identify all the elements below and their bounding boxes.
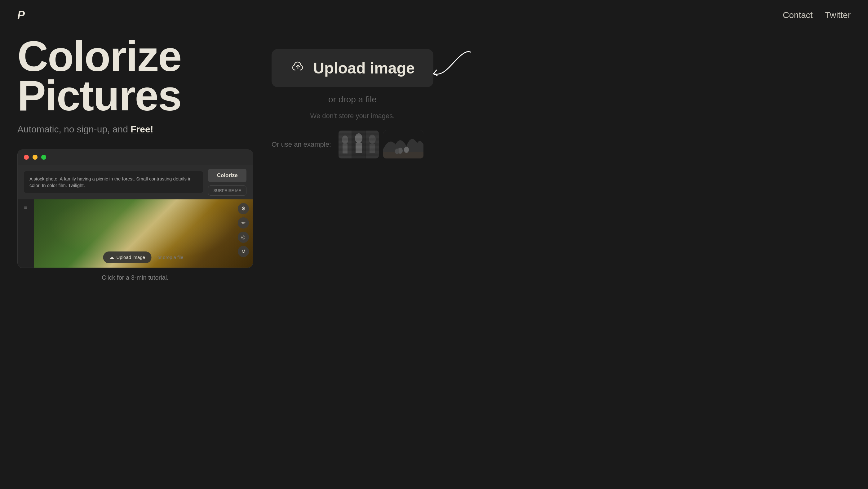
right-side-wrapper: Upload image or drop a file We don't sto… (272, 37, 433, 158)
dot-green (41, 155, 46, 160)
preview-upload-bar: ☁ Upload image or drop a file (103, 251, 184, 263)
drop-text: or drop a file (328, 95, 377, 104)
menu-icon: ≡ (24, 204, 28, 211)
example-thumbnails (339, 130, 424, 158)
upload-label: Upload image (313, 59, 415, 77)
refresh-icon: ↺ (242, 248, 246, 254)
nav-links: Contact Twitter (783, 10, 850, 20)
upload-image-button[interactable]: Upload image (272, 49, 433, 87)
arrow-svg (430, 46, 474, 80)
examples-section: Or use an example: (272, 130, 433, 158)
svg-rect-0 (339, 130, 379, 158)
svg-rect-2 (352, 130, 365, 158)
settings-icon: ⚙ (241, 206, 246, 212)
pencil-tool-button[interactable]: ✏ (238, 217, 249, 228)
svg-rect-1 (339, 130, 351, 158)
prompt-text: A stock photo. A family having a picnic … (24, 171, 203, 193)
preview-body: ≡ ⚙ ✏ ◎ (18, 200, 253, 268)
refresh-tool-button[interactable]: ↺ (238, 246, 249, 257)
settings-tool-button[interactable]: ⚙ (238, 203, 249, 214)
upload-cloud-svg (290, 59, 306, 74)
right-side: Upload image or drop a file We don't sto… (272, 37, 433, 158)
dot-red (24, 155, 29, 160)
svg-rect-7 (355, 143, 362, 153)
svg-rect-3 (366, 130, 379, 158)
upload-icon-small: ☁ (110, 254, 114, 260)
svg-point-6 (355, 133, 362, 143)
surprise-button[interactable]: SURPRISE ME (208, 185, 246, 196)
tutorial-text[interactable]: Click for a 3-min tutorial. (18, 274, 253, 281)
example-image-1 (339, 130, 379, 158)
example-thumb-2[interactable] (383, 130, 424, 158)
arrow-decoration (430, 46, 474, 81)
navbar: P Contact Twitter (0, 0, 868, 30)
upload-cloud-icon (290, 59, 306, 77)
example-thumb-1[interactable] (339, 130, 379, 158)
svg-rect-9 (370, 144, 375, 153)
svg-rect-11 (383, 152, 424, 158)
preview-sidebar: ≡ (18, 200, 34, 268)
toggle-tool-button[interactable]: ◎ (238, 232, 249, 243)
main-container: Colorize Pictures Automatic, no sign-up,… (0, 37, 868, 281)
example-image-2 (383, 130, 424, 158)
examples-label: Or use an example: (272, 141, 331, 149)
preview-image-area: ⚙ ✏ ◎ ↺ ☁ (34, 200, 253, 268)
svg-rect-5 (343, 144, 347, 153)
window-toolbar: A stock photo. A family having a picnic … (18, 165, 253, 200)
toggle-icon: ◎ (241, 234, 246, 240)
contact-link[interactable]: Contact (783, 10, 813, 20)
window-chrome (18, 150, 253, 165)
colorize-button[interactable]: Colorize (208, 169, 246, 182)
toolbar-right: Colorize SURPRISE ME (208, 169, 246, 196)
pencil-icon: ✏ (242, 220, 246, 226)
mini-drop-text: or drop a file (157, 254, 183, 260)
preview-window: A stock photo. A family having a picnic … (18, 149, 253, 268)
left-side: Colorize Pictures Automatic, no sign-up,… (18, 37, 253, 281)
twitter-link[interactable]: Twitter (825, 10, 850, 20)
preview-tools: ⚙ ✏ ◎ ↺ (238, 203, 249, 257)
logo: P (18, 9, 25, 22)
headline: Colorize Pictures (18, 37, 253, 115)
dot-yellow (33, 155, 37, 160)
subtitle: Automatic, no sign-up, and Free! (18, 124, 253, 134)
svg-point-4 (342, 135, 348, 144)
svg-point-8 (369, 134, 376, 144)
mini-upload-button[interactable]: ☁ Upload image (103, 251, 152, 263)
privacy-text: We don't store your images. (310, 112, 395, 120)
svg-point-14 (395, 149, 399, 154)
svg-point-13 (404, 147, 409, 153)
